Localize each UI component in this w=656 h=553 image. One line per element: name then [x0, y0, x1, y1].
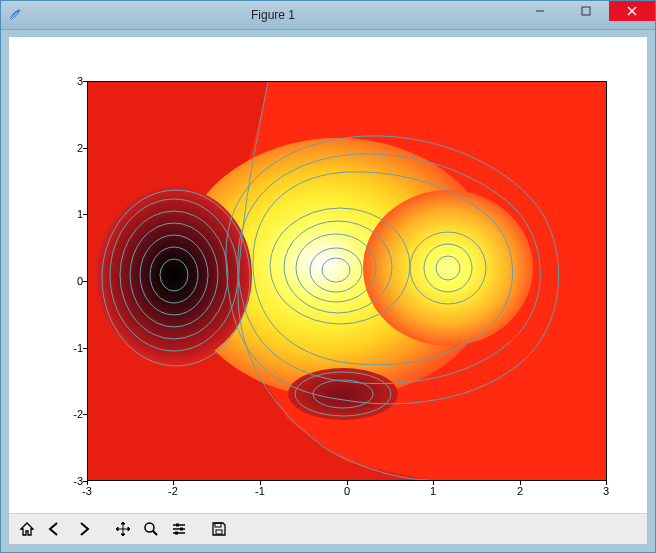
figure-canvas: -3 -2 -1 0 1 2 3 -3 -2 -1 0 1 2 — [9, 37, 647, 514]
arrow-left-icon — [47, 521, 63, 537]
sliders-icon — [171, 521, 187, 537]
tickmark — [83, 214, 87, 215]
xtick-label: 2 — [517, 485, 523, 497]
maximize-button[interactable] — [563, 1, 609, 21]
window-controls — [517, 1, 655, 29]
client-area: -3 -2 -1 0 1 2 3 -3 -2 -1 0 1 2 — [9, 37, 647, 544]
plot-svg — [88, 82, 606, 480]
xtick-label: -3 — [82, 485, 92, 497]
tickmark — [83, 348, 87, 349]
tickmark — [83, 148, 87, 149]
svg-rect-35 — [216, 530, 222, 534]
app-window: Figure 1 — [0, 0, 656, 553]
floppy-disk-icon — [211, 521, 227, 537]
xtick-label: -2 — [168, 485, 178, 497]
xtick-label: 3 — [603, 485, 609, 497]
titlebar: Figure 1 — [1, 1, 655, 30]
ytick-label: 3 — [67, 75, 83, 87]
tickmark — [83, 281, 87, 282]
svg-rect-31 — [180, 528, 183, 531]
window-title: Figure 1 — [29, 8, 517, 22]
ytick-label: -1 — [59, 342, 83, 354]
svg-point-8 — [288, 368, 398, 420]
back-button[interactable] — [41, 515, 69, 543]
forward-button[interactable] — [69, 515, 97, 543]
xtick-label: 0 — [344, 485, 350, 497]
pan-button[interactable] — [109, 515, 137, 543]
tickmark — [83, 81, 87, 82]
ytick-label: 1 — [67, 208, 83, 220]
contour-plot — [87, 81, 607, 481]
svg-rect-29 — [176, 524, 179, 527]
magnifier-icon — [143, 521, 159, 537]
tk-feather-icon — [7, 7, 23, 23]
ytick-label: 0 — [67, 275, 83, 287]
xtick-label: -1 — [255, 485, 265, 497]
home-button[interactable] — [13, 515, 41, 543]
save-button[interactable] — [205, 515, 233, 543]
svg-point-26 — [145, 523, 154, 532]
svg-line-27 — [153, 531, 157, 535]
svg-point-6 — [363, 190, 533, 346]
configure-subplots-button[interactable] — [165, 515, 193, 543]
matplotlib-toolbar — [9, 513, 647, 544]
home-icon — [19, 521, 35, 537]
svg-rect-1 — [582, 7, 590, 15]
move-icon — [115, 521, 131, 537]
svg-point-7 — [96, 187, 252, 363]
tickmark — [83, 414, 87, 415]
ytick-label: 2 — [67, 142, 83, 154]
tickmark — [83, 481, 87, 482]
ytick-label: -3 — [59, 475, 83, 487]
minimize-button[interactable] — [517, 1, 563, 21]
close-button[interactable] — [609, 1, 655, 21]
svg-rect-33 — [175, 532, 178, 535]
xtick-label: 1 — [430, 485, 436, 497]
ytick-label: -2 — [59, 408, 83, 420]
zoom-button[interactable] — [137, 515, 165, 543]
arrow-right-icon — [75, 521, 91, 537]
